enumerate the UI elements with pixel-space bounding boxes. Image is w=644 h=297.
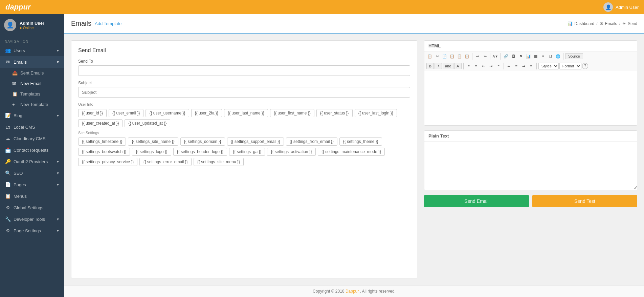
toolbar-flag-icon[interactable]: ⚑ — [517, 53, 524, 60]
breadcrumb-dashboard[interactable]: Dashboard — [575, 21, 595, 26]
site-settings-tag[interactable]: {{ settings_error_email }} — [139, 158, 191, 166]
send-email-button[interactable]: Send Email — [424, 195, 529, 207]
sidebar-item-templates[interactable]: 📋 Templates — [0, 89, 64, 99]
sidebar-item-developer-tools[interactable]: 🔧 Developer Tools ▼ — [0, 213, 64, 225]
site-settings-tag[interactable]: {{ settings_theme }} — [339, 137, 382, 146]
send-test-button[interactable]: Send Test — [532, 195, 637, 207]
sidebar-item-new-email[interactable]: ✉ New Email — [0, 78, 64, 89]
source-button[interactable]: Source — [565, 53, 583, 59]
toolbar-copy-icon[interactable]: 📋 — [426, 53, 433, 60]
sidebar-item-pages[interactable]: 📄 Pages ▼ — [0, 179, 64, 190]
footer-copyright: Copyright © 2018 — [313, 289, 345, 294]
sidebar-item-oauth2[interactable]: 🔑 Oauth2 Providers ▼ — [0, 156, 64, 167]
chevron-down-icon: ▼ — [56, 60, 60, 64]
sidebar-item-seo[interactable]: 🔍 SEO ▼ — [0, 167, 64, 179]
user-info-tag[interactable]: {{ user_status }} — [316, 109, 353, 117]
user-info-tag[interactable]: {{ user_last_login }} — [355, 109, 397, 117]
toolbar-sep-7 — [536, 63, 537, 69]
user-info-tag[interactable]: {{ user_first_name }} — [270, 109, 314, 117]
blog-icon: 📝 — [5, 113, 11, 118]
color-button[interactable]: A — [454, 63, 462, 69]
sidebar-item-cloudinary-cms[interactable]: ☁ Cloudinary CMS — [0, 133, 64, 144]
site-settings-tag[interactable]: {{ settings_bootswatch }} — [78, 148, 130, 156]
user-info-tag[interactable]: {{ user_last_name }} — [224, 109, 268, 117]
sidebar-item-global-settings[interactable]: ⚙ Global Settings — [0, 202, 64, 213]
breadcrumb-emails-icon: ✉ — [600, 21, 603, 26]
toolbar-spell-check-icon[interactable]: 📋 — [464, 53, 470, 60]
toolbar-align-right-icon[interactable]: ➡ — [520, 63, 527, 69]
toolbar-blockquote-icon[interactable]: ❝ — [495, 63, 502, 69]
user-info-tag[interactable]: {{ user_username }} — [146, 109, 189, 117]
sidebar-item-contact-requests[interactable]: 📩 Contact Requests — [0, 144, 64, 156]
sidebar-item-users[interactable]: 👥 Users ▼ — [0, 45, 64, 56]
sidebar-item-oauth2-label: Oauth2 Providers — [14, 159, 48, 164]
styles-select[interactable]: Styles — [538, 63, 559, 69]
toolbar-outdent-icon[interactable]: ⇥ — [488, 63, 494, 69]
toolbar-paste-icon[interactable]: 📄 — [441, 53, 448, 60]
bold-button[interactable]: B — [426, 63, 434, 69]
sidebar-item-blog[interactable]: 📝 Blog ▼ — [0, 110, 64, 121]
toolbar-redo-icon[interactable]: ↪ — [482, 53, 488, 60]
toolbar-cut-icon[interactable]: ✂ — [434, 53, 441, 60]
toolbar-image-icon[interactable]: 🖼 — [510, 53, 517, 60]
cloudinary-cms-icon: ☁ — [5, 136, 11, 141]
format-select[interactable]: Format — [559, 63, 581, 69]
site-settings-tag[interactable]: {{ settings_activation }} — [267, 148, 315, 156]
site-settings-tag[interactable]: {{ settings_support_email }} — [227, 137, 284, 146]
plain-text-input[interactable] — [424, 142, 637, 189]
toolbar-globe-icon[interactable]: 🌐 — [555, 53, 561, 60]
italic-button[interactable]: I — [435, 63, 442, 69]
developer-tools-icon: 🔧 — [5, 216, 11, 222]
toolbar-undo-icon[interactable]: ↩ — [474, 53, 481, 60]
toolbar-help-icon[interactable]: ? — [582, 63, 588, 69]
user-info-tags: {{ user_id }}{{ user_email }}{{ user_use… — [78, 109, 410, 127]
site-settings-tag[interactable]: {{ settings_ga }} — [229, 148, 265, 156]
logo: dappur — [5, 3, 31, 12]
site-settings-tag[interactable]: {{ settings_domain }} — [180, 137, 225, 146]
sidebar-item-new-template[interactable]: + New Template — [0, 99, 64, 110]
toolbar-omega-icon[interactable]: Ω — [547, 53, 554, 60]
site-settings-tag[interactable]: {{ settings_logo }} — [132, 148, 171, 156]
toolbar-grid-icon[interactable]: ▦ — [532, 53, 539, 60]
footer: Copyright © 2018 Dappur . All rights res… — [64, 285, 644, 297]
site-settings-tag[interactable]: {{ settings_header_logo }} — [173, 148, 227, 156]
user-info-tag[interactable]: {{ user_email }} — [109, 109, 143, 117]
user-info-tag[interactable]: {{ user_2fa }} — [191, 109, 222, 117]
sidebar-nav-label: NAVIGATION — [0, 36, 64, 45]
toolbar-list-ordered-icon[interactable]: ≡ — [473, 63, 480, 69]
user-info-tag[interactable]: {{ user_created_at }} — [78, 119, 123, 127]
send-to-input[interactable] — [78, 65, 410, 76]
toolbar-link-icon[interactable]: 🔗 — [503, 53, 509, 60]
site-settings-tag[interactable]: {{ settings_site_name }} — [128, 137, 178, 146]
footer-brand-link[interactable]: Dappur — [346, 289, 359, 294]
toolbar-align-justify-icon[interactable]: ≡ — [528, 63, 535, 69]
site-settings-tag[interactable]: {{ settings_from_email }} — [286, 137, 337, 146]
toolbar-paste-text-icon[interactable]: 📋 — [449, 53, 456, 60]
toolbar-lines-icon[interactable]: ≡ — [540, 53, 547, 60]
toolbar-indent-icon[interactable]: ⇤ — [480, 63, 487, 69]
user-info-tag[interactable]: {{ user_id }} — [78, 109, 107, 117]
sidebar-item-menus[interactable]: 📋 Menus — [0, 190, 64, 202]
sidebar-username: Admin User — [20, 21, 44, 26]
toolbar-list-unordered-icon[interactable]: ≡ — [465, 63, 472, 69]
toolbar-paste-word-icon[interactable]: 📋 — [456, 53, 463, 60]
sidebar-item-sent-emails[interactable]: 📤 Sent Emails — [0, 68, 64, 78]
sidebar-avatar-icon: 👤 — [4, 19, 16, 31]
add-template-link[interactable]: Add Template — [95, 21, 121, 26]
site-settings-tag[interactable]: {{ settings_privacy_service }} — [78, 158, 137, 166]
subject-input[interactable] — [78, 87, 410, 98]
toolbar-align-center-icon[interactable]: ≡ — [513, 63, 520, 69]
toolbar-table-icon[interactable]: 📊 — [525, 53, 532, 60]
toolbar-align-left-icon[interactable]: ⬅ — [506, 63, 512, 69]
user-info-tag[interactable]: {{ user_updated_at }} — [125, 119, 170, 127]
strikethrough-button[interactable]: abc — [443, 63, 453, 69]
sidebar-item-page-settings[interactable]: ⚙ Page Settings ▼ — [0, 225, 64, 236]
toolbar-find-icon[interactable]: A▼ — [492, 53, 499, 60]
site-settings-tag[interactable]: {{ settings_maintenance_mode }} — [318, 148, 385, 156]
site-settings-tag[interactable]: {{ settings_site_menu }} — [194, 158, 244, 166]
site-settings-tag[interactable]: {{ settings_timezone }} — [78, 137, 126, 146]
sidebar-item-emails[interactable]: ✉ Emails ▼ — [0, 56, 64, 68]
sidebar-item-local-cms[interactable]: 🗂 Local CMS — [0, 121, 64, 133]
breadcrumb-emails[interactable]: Emails — [605, 21, 617, 26]
html-editor-area[interactable] — [424, 71, 637, 125]
